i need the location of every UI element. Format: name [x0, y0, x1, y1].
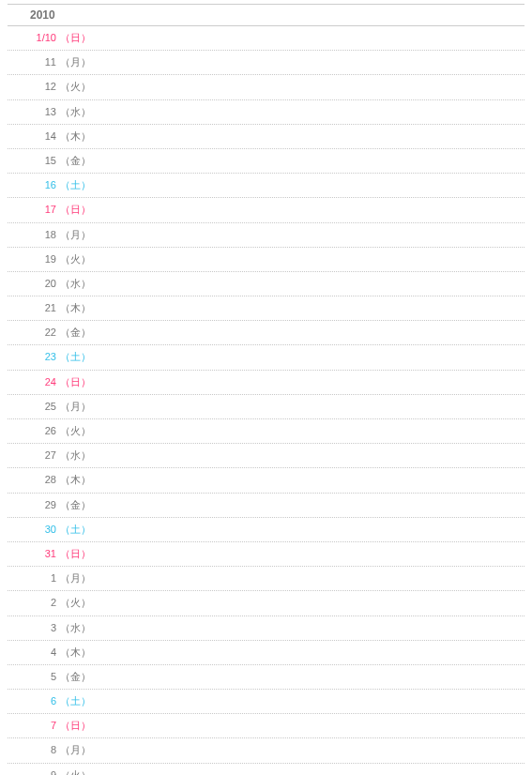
dow-label: （日） — [58, 542, 91, 566]
dow-label: （日） — [58, 198, 91, 221]
day-row: 17（日） — [8, 198, 524, 222]
date-label: 21 — [8, 296, 58, 320]
dow-label: （火） — [58, 764, 91, 775]
dow-label: （月） — [58, 51, 91, 74]
day-row: 14（木） — [8, 125, 524, 149]
day-row: 19（火） — [8, 248, 524, 272]
day-row: 12（火） — [8, 75, 524, 99]
date-label: 16 — [8, 174, 58, 197]
day-row: 4（木） — [8, 641, 524, 665]
date-label: 25 — [8, 395, 58, 418]
dow-label: （月） — [58, 738, 91, 762]
day-row: 13（水） — [8, 100, 524, 125]
day-row: 16（土） — [8, 174, 524, 198]
date-label: 12 — [8, 75, 58, 99]
day-row: 5（金） — [8, 665, 524, 690]
day-row: 6（土） — [8, 690, 524, 714]
day-row: 31（日） — [8, 542, 524, 567]
date-label: 18 — [8, 223, 58, 247]
dow-label: （日） — [58, 714, 91, 737]
day-row: 2（火） — [8, 591, 524, 615]
dow-label: （火） — [58, 248, 91, 271]
day-row: 26（火） — [8, 419, 524, 444]
dow-label: （月） — [58, 223, 91, 247]
day-row: 7（日） — [8, 714, 524, 738]
dow-label: （月） — [58, 567, 91, 590]
day-row: 21（木） — [8, 296, 524, 321]
dow-label: （火） — [58, 75, 91, 99]
dow-label: （金） — [58, 665, 91, 689]
date-label: 31 — [8, 542, 58, 566]
date-label: 4 — [8, 641, 58, 664]
date-label: 6 — [8, 690, 58, 713]
dow-label: （土） — [58, 345, 91, 369]
day-row: 1（月） — [8, 567, 524, 591]
dow-label: （木） — [58, 641, 91, 664]
day-row: 28（木） — [8, 468, 524, 493]
date-label: 11 — [8, 51, 58, 74]
day-row: 25（月） — [8, 395, 524, 419]
year-header: 2010 — [8, 4, 524, 26]
dow-label: （金） — [58, 494, 91, 517]
day-row: 24（日） — [8, 371, 524, 395]
date-label: 8 — [8, 738, 58, 762]
dow-label: （金） — [58, 321, 91, 344]
date-label: 24 — [8, 371, 58, 394]
date-label: 22 — [8, 321, 58, 344]
day-row: 23（土） — [8, 345, 524, 370]
dow-label: （土） — [58, 174, 91, 197]
dow-label: （水） — [58, 616, 91, 640]
date-label: 2 — [8, 591, 58, 615]
day-rows: 1/10（日）11（月）12（火）13（水）14（木）15（金）16（土）17（… — [8, 26, 524, 775]
dow-label: （日） — [58, 371, 91, 394]
date-label: 9 — [8, 764, 58, 775]
date-label: 19 — [8, 248, 58, 271]
dow-label: （金） — [58, 149, 91, 173]
date-label: 13 — [8, 100, 58, 124]
date-label: 1/10 — [8, 26, 58, 50]
day-row: 20（水） — [8, 272, 524, 296]
date-label: 14 — [8, 125, 58, 148]
date-label: 1 — [8, 567, 58, 590]
date-label: 20 — [8, 272, 58, 296]
dow-label: （木） — [58, 125, 91, 148]
dow-label: （水） — [58, 444, 91, 467]
day-row: 27（水） — [8, 444, 524, 468]
dow-label: （日） — [58, 26, 91, 50]
date-label: 27 — [8, 444, 58, 467]
dow-label: （水） — [58, 272, 91, 296]
day-row: 8（月） — [8, 738, 524, 763]
day-row: 18（月） — [8, 223, 524, 248]
date-label: 23 — [8, 345, 58, 369]
dow-label: （月） — [58, 395, 91, 418]
day-row: 29（金） — [8, 494, 524, 518]
date-label: 3 — [8, 616, 58, 640]
day-row: 22（金） — [8, 321, 524, 345]
dow-label: （火） — [58, 591, 91, 615]
date-label: 29 — [8, 494, 58, 517]
dow-label: （土） — [58, 518, 91, 541]
date-label: 26 — [8, 419, 58, 443]
date-label: 28 — [8, 468, 58, 492]
date-label: 7 — [8, 714, 58, 737]
day-row: 30（土） — [8, 518, 524, 542]
day-row: 1/10（日） — [8, 26, 524, 51]
day-row: 9（火） — [8, 764, 524, 775]
calendar-list: 2010 1/10（日）11（月）12（火）13（水）14（木）15（金）16（… — [0, 0, 532, 775]
date-label: 15 — [8, 149, 58, 173]
date-label: 17 — [8, 198, 58, 221]
day-row: 11（月） — [8, 51, 524, 75]
dow-label: （木） — [58, 296, 91, 320]
day-row: 3（水） — [8, 616, 524, 641]
dow-label: （土） — [58, 690, 91, 713]
dow-label: （木） — [58, 468, 91, 492]
dow-label: （火） — [58, 419, 91, 443]
date-label: 5 — [8, 665, 58, 689]
dow-label: （水） — [58, 100, 91, 124]
day-row: 15（金） — [8, 149, 524, 174]
date-label: 30 — [8, 518, 58, 541]
